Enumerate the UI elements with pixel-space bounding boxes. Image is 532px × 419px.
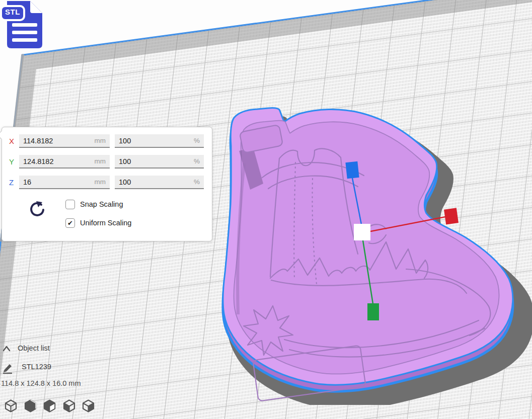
selected-object-name[interactable]: STL1239 <box>22 363 51 371</box>
x-mm-value: 114.8182 <box>23 137 53 145</box>
model-cavity-floor <box>234 121 499 374</box>
scale-row-y: Y 124.8182 mm 100 % <box>9 155 205 169</box>
scale-tool-panel: X 114.8182 mm 100 % Y 124.8182 mm 100 <box>2 127 212 241</box>
uniform-scaling-checkmark: ✔ <box>67 220 73 226</box>
collapse-caret-icon[interactable] <box>3 345 11 352</box>
view-button-top[interactable] <box>43 399 56 413</box>
y-axis-label: Y <box>9 157 19 166</box>
view-button-left[interactable] <box>62 399 76 413</box>
object-dimensions: 114.8 x 124.8 x 16.0 mm <box>1 379 81 387</box>
y-percent-input[interactable]: 100 % <box>115 155 204 169</box>
z-percent-value: 100 <box>119 178 131 186</box>
y-percent-unit: % <box>194 157 200 165</box>
scale-options: Snap Scaling ✔ Uniform Scaling <box>9 196 205 241</box>
cura-prepare-viewport: STL X 114.8182 mm 100 % Y 124.8182 mm <box>0 0 532 419</box>
z-percent-unit: % <box>194 178 200 186</box>
x-percent-value: 100 <box>119 137 131 145</box>
y-mm-value: 124.8182 <box>23 157 53 165</box>
y-percent-value: 100 <box>119 157 131 165</box>
view-button-3d[interactable] <box>4 399 18 413</box>
z-axis-label: Z <box>9 178 19 187</box>
snap-scaling-option: Snap Scaling <box>65 199 123 209</box>
x-scale-handle[interactable] <box>444 208 459 224</box>
x-mm-unit: mm <box>95 137 106 144</box>
z-percent-input[interactable]: 100 % <box>115 176 204 189</box>
model-cowboy-boot-mold[interactable] <box>209 103 532 405</box>
uniform-scaling-checkbox[interactable]: ✔ <box>65 218 75 228</box>
uniform-scaling-label: Uniform Scaling <box>80 219 131 227</box>
rename-pencil-icon[interactable] <box>2 363 14 374</box>
object-list-toggle[interactable]: Object list <box>18 344 50 352</box>
y-mm-input[interactable]: 124.8182 mm <box>19 155 110 169</box>
scale-row-x: X 114.8182 mm 100 % <box>9 134 205 148</box>
y-scale-handle[interactable] <box>367 303 379 320</box>
x-axis-label: X <box>9 137 19 145</box>
view-button-right[interactable] <box>82 399 95 413</box>
uniform-scaling-option: ✔ Uniform Scaling <box>65 218 131 228</box>
snap-scaling-label: Snap Scaling <box>80 200 123 208</box>
x-percent-unit: % <box>194 137 200 144</box>
z-mm-input[interactable]: 16 mm <box>19 176 110 189</box>
x-mm-input[interactable]: 114.8182 mm <box>19 134 110 148</box>
y-mm-unit: mm <box>95 157 106 165</box>
stl-badge-label: STL <box>2 8 23 16</box>
snap-scaling-checkbox[interactable] <box>65 200 75 209</box>
x-percent-input[interactable]: 100 % <box>115 134 204 148</box>
scale-row-z: Z 16 mm 100 % <box>9 176 205 189</box>
z-mm-value: 16 <box>23 178 31 186</box>
reset-scale-button[interactable] <box>28 200 45 220</box>
z-mm-unit: mm <box>95 178 106 186</box>
view-button-front[interactable] <box>24 399 37 413</box>
center-scale-handle[interactable] <box>354 224 370 240</box>
z-scale-handle[interactable] <box>345 161 359 179</box>
